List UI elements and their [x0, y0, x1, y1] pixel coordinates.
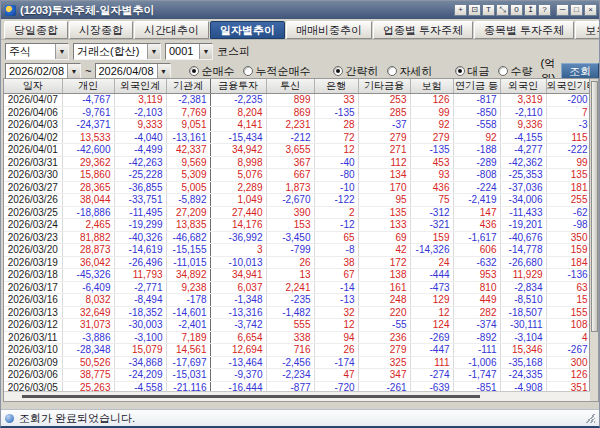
- maximize-button[interactable]: □: [570, 4, 583, 16]
- column-header[interactable]: 기관계: [166, 79, 210, 94]
- chevron-down-icon[interactable]: ▼: [67, 64, 80, 79]
- help-button[interactable]: ?: [538, 4, 551, 16]
- chevron-down-icon[interactable]: ▼: [55, 44, 68, 59]
- table-row[interactable]: 2026/03/168,032-8,494-178-1,348-235-1324…: [4, 294, 591, 307]
- table-cell: 47: [314, 369, 358, 382]
- table-row[interactable]: 2026/03/1936,042-26,496-11,015-10,013263…: [4, 256, 591, 269]
- tab-5[interactable]: 업종별 투자주체: [373, 21, 473, 39]
- table-cell: -40,326: [114, 231, 166, 244]
- table-cell: 953: [453, 269, 500, 282]
- minimize-button[interactable]: ─: [556, 4, 569, 16]
- radio-icon[interactable]: [387, 66, 397, 76]
- tab-0[interactable]: 당일종합: [4, 21, 68, 39]
- table-row[interactable]: 2026/03/25-18,886-11,49527,20927,4403902…: [4, 206, 591, 219]
- table-row[interactable]: 2026/03/1231,073-30,003-2,401-3,74255512…: [4, 319, 591, 332]
- zero-button[interactable]: 0: [510, 4, 523, 16]
- table-row[interactable]: 2026/03/10-28,34815,07914,56112,69471626…: [4, 344, 591, 357]
- table-row[interactable]: 2026/03/18-45,32611,79334,89234,94113671…: [4, 269, 591, 282]
- column-header[interactable]: 은행: [314, 79, 358, 94]
- table-cell: -13: [314, 294, 358, 307]
- tab-6[interactable]: 종목별 투자주체: [474, 21, 574, 39]
- table-cell: 155: [546, 306, 591, 319]
- table-cell: 2: [314, 206, 358, 219]
- tab-4[interactable]: 매매비중추이: [286, 21, 372, 39]
- tab-3[interactable]: 일자별추이: [210, 21, 285, 39]
- table-cell: -235: [266, 294, 314, 307]
- horizontal-scrollbar[interactable]: [4, 391, 590, 401]
- table-cell: 367: [266, 156, 314, 169]
- table-row[interactable]: 2026/03/17-6,409-2,7719,2386,0372,241-14…: [4, 281, 591, 294]
- resize-button[interactable]: ⤡: [496, 4, 509, 16]
- table-cell: -312: [410, 206, 453, 219]
- vertical-scrollbar[interactable]: [589, 79, 598, 401]
- table-row[interactable]: 2026/04/07-4,7673,119-2,381-2,2358993325…: [4, 94, 591, 107]
- tab-7[interactable]: 보유증가종목: [575, 21, 600, 39]
- pin-button[interactable]: ↥: [524, 4, 537, 16]
- add-button[interactable]: +: [454, 4, 467, 16]
- tab-1[interactable]: 시장종합: [69, 21, 133, 39]
- column-header[interactable]: 외국인계: [114, 79, 166, 94]
- chevron-down-icon[interactable]: ▼: [199, 44, 212, 59]
- table-cell: -62: [546, 206, 591, 219]
- vertical-scrollbar-thumb[interactable]: [591, 81, 598, 332]
- text-button[interactable]: T: [482, 4, 495, 16]
- table-row[interactable]: 2026/03/242,465-19,29913,83514,176153-12…: [4, 219, 591, 232]
- table-row[interactable]: 2026/03/3129,362-42,2639,5698,998367-401…: [4, 156, 591, 169]
- date-from-select[interactable]: 2026/02/08 ▼: [5, 63, 81, 80]
- code-select[interactable]: 0001 ▼: [165, 43, 213, 60]
- column-header[interactable]: 금융투자: [210, 79, 266, 94]
- close-button[interactable]: ×: [584, 4, 597, 16]
- tab-2[interactable]: 시간대추이: [134, 21, 209, 39]
- table-row[interactable]: 2026/03/0950,526-34,868-17,697-13,464-2,…: [4, 356, 591, 369]
- column-header[interactable]: 외국인: [500, 79, 546, 94]
- table-cell: 2,241: [266, 281, 314, 294]
- radio-option[interactable]: 수량: [498, 64, 533, 79]
- table-cell: 33: [314, 94, 358, 107]
- radio-icon[interactable]: [189, 66, 199, 76]
- column-header[interactable]: 일자: [4, 79, 62, 94]
- table-row[interactable]: 2026/04/01-42,600-4,49942,33734,9423,655…: [4, 144, 591, 157]
- table-row[interactable]: 2026/03/2728,365-36,8555,0052,2891,873-1…: [4, 181, 591, 194]
- table-row[interactable]: 2026/03/1332,649-18,352-14,601-13,316-1,…: [4, 306, 591, 319]
- cell-date: 2026/03/18: [4, 269, 62, 282]
- market-select[interactable]: 주식 ▼: [5, 43, 69, 60]
- table-row[interactable]: 2026/03/0638,775-24,209-15,031-9,370-2,2…: [4, 369, 591, 382]
- table-row[interactable]: 2026/04/0213,533-4,040-13,161-15,434-212…: [4, 131, 591, 144]
- table-cell: 135: [546, 169, 591, 182]
- column-header[interactable]: 연기금 등: [453, 79, 500, 94]
- radio-option[interactable]: 누적순매수: [243, 64, 311, 79]
- radio-icon[interactable]: [455, 66, 465, 76]
- table-row[interactable]: 2026/04/03-24,3719,3339,0514,1412,23128-…: [4, 119, 591, 132]
- table-row[interactable]: 2026/03/11-3,886-3,1007,1896,65433894236…: [4, 331, 591, 344]
- radio-option[interactable]: 자세히: [387, 64, 433, 79]
- table-row[interactable]: 2026/03/2638,044-33,751-5,8921,049-2,670…: [4, 194, 591, 207]
- exchange-select[interactable]: 거래소(합산) ▼: [73, 43, 161, 60]
- table-cell: 9,569: [166, 156, 210, 169]
- horizontal-scrollbar-thumb[interactable]: [22, 395, 480, 398]
- resize-grip-icon[interactable]: [585, 413, 595, 423]
- table-row[interactable]: 2026/03/2028,873-14,619-15,1553-799-842-…: [4, 244, 591, 257]
- screen-button[interactable]: ⊡: [468, 4, 481, 16]
- radio-option[interactable]: 간략히: [333, 64, 379, 79]
- date-to-select[interactable]: 2026/04/08 ▼: [95, 63, 171, 80]
- column-header[interactable]: 개인: [62, 79, 114, 94]
- table-row[interactable]: 2026/03/3015,860-25,2285,3095,076667-801…: [4, 169, 591, 182]
- table-row[interactable]: 2026/04/06-9,761-2,1037,7698,204869-1352…: [4, 106, 591, 119]
- query-button[interactable]: 조회: [561, 63, 599, 79]
- chevron-down-icon[interactable]: ▼: [147, 44, 160, 59]
- radio-icon[interactable]: [333, 66, 343, 76]
- radio-option[interactable]: 대금: [455, 64, 490, 79]
- chevron-down-icon[interactable]: ▼: [157, 64, 170, 79]
- table-cell: 67: [314, 269, 358, 282]
- column-header[interactable]: 외국인기타: [546, 79, 591, 94]
- cell-date: 2026/03/16: [4, 294, 62, 307]
- column-header[interactable]: 투신: [266, 79, 314, 94]
- column-header[interactable]: 보험: [410, 79, 453, 94]
- table-cell: 13,533: [62, 131, 114, 144]
- table-row[interactable]: 2026/03/2381,882-40,326-46,682-36,992-3,…: [4, 231, 591, 244]
- radio-icon[interactable]: [498, 66, 508, 76]
- table-cell: 5,076: [210, 169, 266, 182]
- column-header[interactable]: 기타금융: [358, 79, 410, 94]
- radio-icon[interactable]: [243, 66, 253, 76]
- radio-option[interactable]: 순매수: [189, 64, 235, 79]
